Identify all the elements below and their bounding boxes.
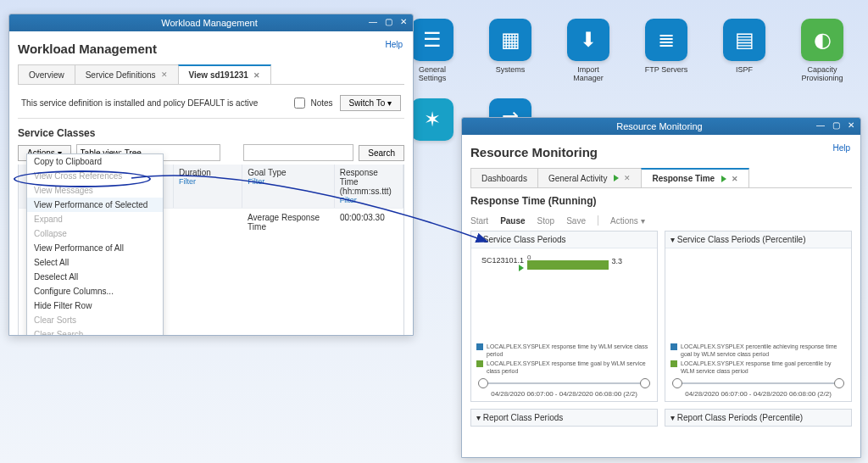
desktop-icon[interactable]: ▦Systems <box>485 19 536 83</box>
running-icon <box>614 175 619 181</box>
timestamp: 04/28/2020 06:07:00 - 04/28/2020 06:08:0… <box>476 390 652 398</box>
menu-item[interactable]: Configure Columns... <box>27 284 163 298</box>
panel-report-class-periods[interactable]: ▾ Report Class Periods <box>470 409 658 427</box>
maximize-icon[interactable]: ▢ <box>830 120 842 131</box>
time-slider[interactable] <box>476 378 652 388</box>
menu-item: Clear Search <box>27 327 163 336</box>
status-bar: This service definition is installed and… <box>18 88 404 119</box>
start-button[interactable]: Start <box>470 216 488 226</box>
menu-item[interactable]: Deselect All <box>27 270 163 284</box>
desktop-icon[interactable]: ◐Capacity Provisioning <box>797 19 848 83</box>
menu-item[interactable]: View Performance of All <box>27 241 163 255</box>
desktop-icon[interactable]: ✶ <box>407 98 458 154</box>
panel-service-class-periods: ▾ Service Class Periods SC123101.1 0 3.3… <box>470 231 658 402</box>
close-icon[interactable]: ✕ <box>398 16 409 28</box>
pause-button[interactable]: Pause <box>500 216 525 226</box>
help-link[interactable]: Help <box>832 143 850 153</box>
notes-checkbox[interactable]: Notes <box>291 95 332 111</box>
resource-monitoring-window: Resource Monitoring — ▢ ✕ Help Resource … <box>461 117 861 458</box>
actions-dropdown[interactable]: Actions ▾ <box>610 216 645 226</box>
legend-swatch-green <box>670 360 677 367</box>
time-slider[interactable] <box>670 378 846 388</box>
run-controls: Start Pause Stop Save Actions ▾ <box>470 214 852 231</box>
bar-fill <box>527 260 609 270</box>
app-label: FTP Servers <box>645 66 687 75</box>
app-tile-icon: ▤ <box>723 19 765 61</box>
search-button[interactable]: Search <box>359 145 404 161</box>
desktop-icon[interactable]: ☰General Settings <box>407 19 458 83</box>
running-icon <box>519 265 524 271</box>
switch-to-button[interactable]: Switch To ▾ <box>340 95 401 111</box>
tab-dashboards[interactable]: Dashboards <box>470 168 538 187</box>
menu-item[interactable]: Hide Filter Row <box>27 298 163 313</box>
panel-service-class-periods-percentile: ▾ Service Class Periods (Percentile) LOC… <box>665 231 852 402</box>
bar-track: 0 3.3 <box>527 255 652 274</box>
app-label: General Settings <box>407 66 458 83</box>
tab-view-sd[interactable]: View sd191231✕ <box>178 64 271 84</box>
close-icon[interactable]: ✕ <box>845 120 857 131</box>
menu-item: Collapse <box>27 226 163 241</box>
save-button[interactable]: Save <box>566 216 586 226</box>
tab-response-time[interactable]: Response Time ✕ <box>641 168 749 187</box>
page-title: Resource Monitoring <box>470 145 852 159</box>
panel-header[interactable]: ▾ Service Class Periods (Percentile) <box>665 232 851 248</box>
bar-label: SC123101.1 <box>476 256 524 273</box>
menu-item[interactable]: Copy to Clipboard <box>27 154 163 169</box>
help-link[interactable]: Help <box>385 40 403 49</box>
notes-checkbox-input[interactable] <box>294 98 305 109</box>
legend: LOCALPLEX.SYSPLEX percentile achieving r… <box>670 341 846 375</box>
app-label: ISPF <box>736 66 753 75</box>
menu-item: View Cross References <box>27 169 163 183</box>
running-icon <box>721 176 726 182</box>
tab-general-activity[interactable]: General Activity ✕ <box>537 168 642 187</box>
app-label: Import Manager <box>563 66 614 83</box>
minimize-icon[interactable]: — <box>367 16 379 28</box>
tabs: Overview Service Definitions✕ View sd191… <box>18 64 404 85</box>
menu-item: Expand <box>27 212 163 226</box>
menu-item: Clear Sorts <box>27 313 163 327</box>
titlebar: Workload Management — ▢ ✕ <box>9 14 413 31</box>
section-title: Service Classes <box>18 127 404 139</box>
desktop-icon[interactable]: ≣FTP Servers <box>641 19 692 83</box>
legend: LOCALPLEX.SYSPLEX response time by WLM s… <box>476 341 652 375</box>
maximize-icon[interactable]: ▢ <box>382 16 394 28</box>
close-tab-icon[interactable]: ✕ <box>732 175 738 183</box>
menu-item[interactable]: View Performance of Selected <box>27 198 163 212</box>
actions-menu: Copy to ClipboardView Cross ReferencesVi… <box>26 153 164 336</box>
timestamp: 04/28/2020 06:07:00 - 04/28/2020 06:08:0… <box>670 390 846 398</box>
app-tile-icon: ✶ <box>411 98 453 141</box>
bar-row: SC123101.1 0 3.3 <box>476 255 652 274</box>
titlebar: Resource Monitoring — ▢ ✕ <box>462 118 860 135</box>
app-tile-icon: ☰ <box>411 19 453 61</box>
desktop-icon[interactable]: ▤ISPF <box>719 19 770 83</box>
status-text: This service definition is installed and… <box>21 98 258 108</box>
search-input[interactable] <box>243 144 353 161</box>
app-tile-icon: ◐ <box>801 19 843 61</box>
close-tab-icon[interactable]: ✕ <box>624 174 631 182</box>
menu-item[interactable]: Select All <box>27 255 163 270</box>
panel-report-class-periods-percentile[interactable]: ▾ Report Class Periods (Percentile) <box>665 409 852 427</box>
tabs: Dashboards General Activity ✕ Response T… <box>470 168 852 188</box>
desktop-icon[interactable]: ⬇Import Manager <box>563 19 614 83</box>
window-title: Workload Management <box>161 14 258 31</box>
menu-item: View Messages <box>27 183 163 198</box>
close-tab-icon[interactable]: ✕ <box>161 70 168 79</box>
app-label: Capacity Provisioning <box>797 66 848 83</box>
close-tab-icon[interactable]: ✕ <box>253 71 260 80</box>
page-title: Workload Management <box>18 42 404 56</box>
legend-swatch-green <box>476 360 483 367</box>
bar-value: 3.3 <box>612 257 623 265</box>
tab-service-definitions[interactable]: Service Definitions✕ <box>75 64 179 84</box>
minimize-icon[interactable]: — <box>815 120 826 131</box>
legend-swatch-blue <box>476 343 483 350</box>
sub-heading: Response Time (Running) <box>470 195 852 207</box>
window-title: Resource Monitoring <box>616 118 703 135</box>
panel-header[interactable]: ▾ Service Class Periods <box>471 232 657 248</box>
stop-button[interactable]: Stop <box>537 216 555 226</box>
tab-overview[interactable]: Overview <box>18 64 75 84</box>
app-label: Systems <box>496 66 526 75</box>
app-tile-icon: ⬇ <box>567 19 609 61</box>
app-tile-icon: ▦ <box>489 19 531 61</box>
workload-management-window: Workload Management — ▢ ✕ Help Workload … <box>8 14 414 336</box>
legend-swatch-blue <box>670 343 677 350</box>
